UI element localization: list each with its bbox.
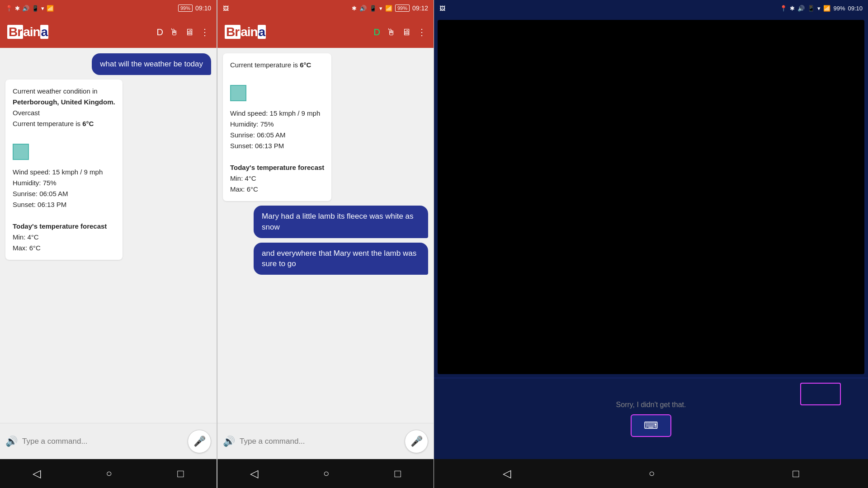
nav-bar-1: ◁ ○ □	[0, 459, 217, 488]
weather-temp-line-2: Current temperature is	[230, 61, 300, 69]
app-bar-icons-1: D 🖱 🖥 ⋮	[157, 27, 209, 38]
dict-icon-2[interactable]: D	[374, 27, 380, 38]
phone-icon: 📱	[32, 5, 39, 12]
user-bubble-1: what will the weather be today	[92, 53, 211, 75]
user-bubble-2a: Mary had a little lamb its fleece was wh…	[254, 206, 428, 238]
time-label-2: 09:12	[412, 5, 428, 12]
sorry-text: Sorry, I didn't get that.	[616, 401, 686, 409]
temp-min-2: Min: 4°C	[230, 174, 256, 182]
keyboard-button[interactable]: ⌨	[631, 414, 671, 437]
input-bar-2: 🔊 🎤	[217, 423, 434, 459]
command-input-2[interactable]	[240, 437, 400, 446]
phone-panel-3: 🖼 📍 ✱ 🔊 📱 ▾ 📶 99% 09:10 Sorry, I didn't …	[434, 0, 868, 488]
weather-color-icon	[13, 144, 29, 160]
app-bar-1: Braina D 🖱 🖥 ⋮	[0, 16, 217, 48]
screen-icon[interactable]: 🖥	[185, 27, 194, 38]
battery-label-3: 99%	[833, 5, 845, 12]
nav-bar-3: ◁ ○ □	[434, 459, 868, 488]
weather-condition: Overcast	[13, 109, 40, 117]
keyboard-icon: ⌨	[644, 420, 658, 432]
sunset-2: Sunset: 06:13 PM	[230, 142, 284, 150]
image-icon-3: 🖼	[439, 5, 445, 12]
sunset: Sunset: 06:13 PM	[13, 201, 66, 208]
weather-temp: 6°C	[82, 120, 94, 127]
back-button-2[interactable]: ◁	[250, 467, 258, 480]
time-label-3: 09:10	[848, 5, 863, 12]
signal-icon: 📶	[47, 5, 54, 12]
wifi-icon: ▾	[41, 5, 44, 12]
time-label: 09:10	[195, 5, 211, 12]
phone-panel-2: 🖼 ✱ 🔊 📱 ▾ 📶 99% 09:12 Braina D 🖱 🖥 ⋮ Cur…	[217, 0, 434, 488]
signal-icon-3: 📶	[823, 5, 830, 12]
command-input-1[interactable]	[22, 437, 183, 446]
humidity-2: Humidity: 75%	[230, 120, 274, 128]
back-button-1[interactable]: ◁	[33, 467, 41, 480]
home-button-2[interactable]: ○	[323, 468, 329, 479]
app-bar-icons-2: D 🖱 🖥 ⋮	[374, 27, 426, 38]
forecast-label: Today's temperature forecast	[13, 222, 107, 230]
weather-color-icon-2	[230, 85, 246, 101]
location-icon: 📍	[5, 5, 13, 12]
bluetooth-icon: ✱	[15, 5, 20, 12]
weather-intro: Current weather condition in	[13, 87, 98, 95]
wind-speed-2: Wind speed: 15 kmph / 9 mph	[230, 109, 320, 117]
app-bar-2: Braina D 🖱 🖥 ⋮	[217, 16, 434, 48]
dark-bottom-strip: Sorry, I didn't get that. ⌨	[434, 378, 868, 459]
mouse-icon[interactable]: 🖱	[170, 27, 179, 38]
mouse-icon-2[interactable]: 🖱	[387, 27, 396, 38]
mic-icon-2: 🎤	[410, 436, 423, 447]
user-bubble-2b: and everywhere that Mary went the lamb w…	[254, 243, 428, 275]
sunrise: Sunrise: 06:05 AM	[13, 190, 68, 197]
nav-bar-2: ◁ ○ □	[217, 459, 434, 488]
signal-icon-2: 📶	[385, 5, 392, 12]
sound-icon-2: 🔊	[359, 5, 367, 12]
mic-button-1[interactable]: 🎤	[188, 430, 211, 453]
battery-label-2: 99%	[395, 5, 410, 12]
weather-temp-line: Current temperature is	[13, 120, 82, 127]
bt-icon-2: ✱	[352, 5, 357, 12]
phone-panel-1: 📍 ✱ 🔊 📱 ▾ 📶 99% 09:10 Braina D 🖱 🖥 ⋮ wha…	[0, 0, 217, 488]
recents-button-1[interactable]: □	[177, 467, 184, 480]
recents-button-2[interactable]: □	[394, 467, 401, 480]
video-area	[438, 20, 864, 374]
image-icon-2: 🖼	[223, 5, 229, 12]
phone-icon-2: 📱	[369, 5, 377, 12]
speaker-icon-1: 🔊	[5, 436, 18, 447]
braina-logo-2: Braina	[225, 25, 266, 39]
screen-icon-2[interactable]: 🖥	[402, 27, 411, 38]
nfc-icon: 🔊	[22, 5, 29, 12]
recents-button-3[interactable]: □	[793, 467, 799, 480]
location-icon-3: 📍	[780, 5, 787, 12]
mic-icon-1: 🎤	[193, 436, 206, 447]
forecast-label-2: Today's temperature forecast	[230, 164, 324, 171]
status-bar-1: 📍 ✱ 🔊 📱 ▾ 📶 99% 09:10	[0, 0, 217, 16]
weather-card-2: Current temperature is 6°C Wind speed: 1…	[223, 53, 331, 201]
sound-icon-3: 🔊	[797, 5, 805, 12]
weather-temp-2: 6°C	[300, 61, 311, 69]
menu-icon-2[interactable]: ⋮	[417, 27, 426, 38]
phone-icon-3: 📱	[807, 5, 815, 12]
home-button-3[interactable]: ○	[649, 468, 655, 479]
weather-location: Peterborough, United Kingdom.	[13, 98, 115, 106]
humidity: Humidity: 75%	[13, 179, 57, 187]
extra-box	[800, 383, 841, 405]
temp-max: Max: 6°C	[13, 244, 41, 252]
bt-icon-3: ✱	[790, 5, 795, 12]
status-bar-3: 🖼 📍 ✱ 🔊 📱 ▾ 📶 99% 09:10	[434, 0, 868, 16]
status-icons-left-2: 🖼	[223, 5, 229, 12]
home-button-1[interactable]: ○	[106, 468, 112, 479]
mic-button-2[interactable]: 🎤	[405, 430, 428, 453]
back-button-3[interactable]: ◁	[503, 467, 511, 480]
status-bar-2: 🖼 ✱ 🔊 📱 ▾ 📶 99% 09:12	[217, 0, 434, 16]
wifi-icon-2: ▾	[379, 5, 382, 12]
temp-min: Min: 4°C	[13, 233, 39, 241]
wind-speed: Wind speed: 15 kmph / 9 mph	[13, 168, 103, 176]
menu-icon[interactable]: ⋮	[200, 27, 209, 38]
temp-max-2: Max: 6°C	[230, 185, 258, 193]
status-icons-left: 📍 ✱ 🔊 📱 ▾ 📶	[5, 5, 54, 12]
input-bar-1: 🔊 🎤	[0, 423, 217, 459]
sunrise-2: Sunrise: 06:05 AM	[230, 131, 286, 139]
dict-icon[interactable]: D	[157, 27, 163, 38]
chat-area-1: what will the weather be today Current w…	[0, 48, 217, 423]
chat-area-2: Current temperature is 6°C Wind speed: 1…	[217, 48, 434, 423]
